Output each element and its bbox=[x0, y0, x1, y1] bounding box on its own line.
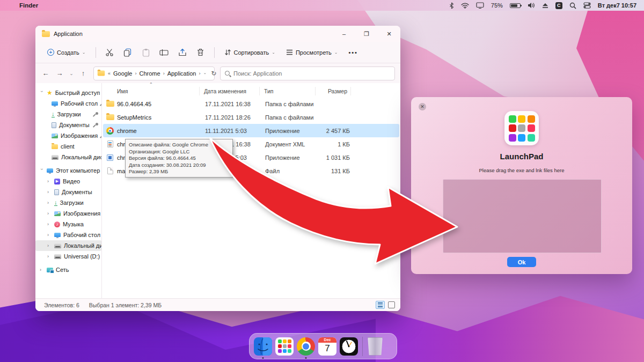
calendar-month-label: Dec bbox=[318, 337, 336, 343]
more-options-button[interactable]: ••• bbox=[344, 47, 362, 58]
sidebar-item-downloads[interactable]: ↓ Загрузки bbox=[35, 109, 101, 120]
sidebar-item-network[interactable]: › Сеть bbox=[35, 264, 101, 275]
sort-button[interactable]: Сортировать ⌄ bbox=[220, 46, 280, 58]
details-view-button[interactable] bbox=[376, 301, 385, 309]
forward-button[interactable]: → bbox=[54, 69, 65, 77]
sidebar-item-desktop-pc[interactable]: › Рабочий стол bbox=[35, 230, 101, 240]
paste-button[interactable] bbox=[138, 46, 154, 60]
address-dropdown-chevron[interactable]: ⌄ bbox=[203, 71, 207, 75]
folder-icon bbox=[98, 71, 105, 76]
delete-button[interactable] bbox=[193, 46, 209, 60]
file-row[interactable]: SetupMetrics 17.11.2021 18:26 Папка с фа… bbox=[103, 110, 399, 124]
rename-button[interactable] bbox=[156, 46, 172, 60]
control-center-icon[interactable] bbox=[583, 2, 591, 9]
sidebar-item-quick-access[interactable]: › ★ Быстрый доступ bbox=[35, 87, 101, 98]
toolbar-divider bbox=[96, 47, 96, 58]
wifi-icon[interactable] bbox=[461, 3, 469, 9]
sidebar-item-label: Быстрый доступ bbox=[55, 90, 100, 96]
sidebar-item-this-pc[interactable]: › Этот компьютер bbox=[35, 165, 101, 176]
breadcrumb-item-application[interactable]: Application bbox=[167, 70, 196, 77]
sidebar-item-local-disk-pc[interactable]: › Локальный диск (C:) bbox=[35, 240, 101, 251]
close-button[interactable]: ✕ bbox=[378, 26, 400, 42]
sidebar-item-universal-disk[interactable]: › Universal (D:) bbox=[35, 251, 101, 262]
drag-drop-area[interactable] bbox=[443, 179, 602, 253]
share-button[interactable] bbox=[174, 46, 191, 60]
collapse-chevron-icon[interactable]: › bbox=[47, 221, 52, 227]
address-bar[interactable]: « Google › Chrome › Application › ⌄ ↻ bbox=[93, 67, 215, 80]
pin-icon bbox=[100, 101, 101, 106]
sidebar-item-label: Музыка bbox=[63, 221, 84, 227]
column-header-date[interactable]: Дата изменения bbox=[200, 87, 260, 95]
sidebar-item-videos[interactable]: › ▶ Видео bbox=[35, 176, 101, 187]
up-button[interactable]: ↑ bbox=[77, 69, 89, 77]
collapse-chevron-icon[interactable]: › bbox=[47, 179, 52, 184]
back-button[interactable]: ← bbox=[40, 69, 52, 77]
file-row[interactable]: 96.0.4664.45 17.11.2021 16:38 Папка с фа… bbox=[103, 97, 399, 110]
copy-button[interactable] bbox=[120, 46, 136, 60]
dock-clock-icon[interactable] bbox=[340, 337, 358, 356]
maximize-button[interactable]: ❐ bbox=[355, 26, 378, 42]
minimize-button[interactable]: – bbox=[333, 26, 355, 42]
sidebar-item-pictures-pc[interactable]: › Изображения bbox=[35, 208, 101, 219]
chevron-down-icon: ⌄ bbox=[334, 50, 338, 54]
breadcrumb-item-chrome[interactable]: Chrome bbox=[140, 70, 160, 77]
breadcrumb-item-google[interactable]: Google bbox=[113, 70, 132, 77]
sidebar-item-downloads-pc[interactable]: › ↓ Загрузки bbox=[35, 197, 101, 208]
videos-icon: ▶ bbox=[54, 179, 60, 184]
dock-launchpad-icon[interactable] bbox=[275, 337, 294, 356]
pictures-icon bbox=[54, 211, 61, 216]
dock-trash-icon[interactable] bbox=[367, 337, 383, 356]
collapse-chevron-icon[interactable]: › bbox=[47, 200, 52, 205]
collapse-chevron-icon[interactable]: › bbox=[47, 189, 52, 195]
sidebar-item-desktop[interactable]: Рабочий стол bbox=[35, 98, 101, 109]
column-header-name[interactable]: Имя⌃ bbox=[102, 87, 200, 95]
search-input[interactable]: Поиск: Application bbox=[220, 67, 395, 80]
bluetooth-icon[interactable] bbox=[449, 2, 454, 9]
collapse-chevron-icon[interactable]: › bbox=[40, 267, 44, 272]
c-app-menu-icon[interactable]: C bbox=[555, 2, 562, 9]
dialog-close-button[interactable]: ✕ bbox=[419, 103, 426, 110]
explorer-title-bar[interactable]: Application – ❐ ✕ bbox=[35, 26, 400, 42]
pin-icon bbox=[100, 134, 101, 138]
cut-button[interactable] bbox=[101, 46, 118, 60]
sort-ascending-caret: ⌃ bbox=[149, 82, 153, 87]
application-file-icon bbox=[107, 154, 113, 161]
sidebar-item-documents[interactable]: Документы bbox=[35, 120, 101, 130]
column-header-type[interactable]: Тип bbox=[260, 87, 316, 95]
refresh-icon[interactable]: ↻ bbox=[211, 70, 216, 77]
collapse-chevron-icon[interactable]: › bbox=[47, 211, 52, 216]
sort-icon bbox=[224, 49, 231, 56]
sidebar-item-pictures[interactable]: Изображения bbox=[35, 130, 101, 141]
breadcrumb-separator: › bbox=[199, 71, 200, 76]
file-row-selected[interactable]: chrome 11.11.2021 5:03 Приложение 2 457 … bbox=[103, 124, 399, 137]
collapse-chevron-icon[interactable]: › bbox=[47, 254, 52, 259]
menu-bar-clock[interactable]: Вт дек7 10:57 bbox=[598, 2, 636, 9]
collapse-chevron-icon[interactable]: › bbox=[47, 243, 52, 248]
sidebar-item-local-disk[interactable]: Локальный диск (C:) bbox=[35, 152, 101, 162]
pin-icon bbox=[93, 123, 98, 128]
sidebar-item-music[interactable]: › ♪ Музыка bbox=[35, 219, 101, 230]
view-button[interactable]: Просмотреть ⌄ bbox=[282, 47, 342, 58]
file-date: 11.11.2021 5:03 bbox=[201, 128, 261, 134]
sidebar-item-documents-pc[interactable]: › Документы bbox=[35, 187, 101, 197]
eject-icon[interactable] bbox=[542, 3, 548, 9]
expand-chevron-icon[interactable]: › bbox=[39, 91, 45, 95]
file-name: SetupMetrics bbox=[117, 114, 201, 121]
dock-calendar-icon[interactable]: Dec 7 bbox=[318, 337, 336, 356]
collapse-chevron-icon[interactable]: › bbox=[47, 232, 52, 238]
sidebar-item-label: Рабочий стол bbox=[63, 232, 100, 238]
ok-button[interactable]: Ok bbox=[507, 257, 536, 267]
column-header-size[interactable]: Размер bbox=[316, 87, 351, 95]
dock-finder-icon[interactable] bbox=[254, 337, 272, 356]
documents-icon bbox=[52, 122, 56, 128]
sidebar-item-client[interactable]: client bbox=[35, 141, 101, 152]
expand-chevron-icon[interactable]: › bbox=[39, 168, 45, 173]
dock-chrome-icon[interactable] bbox=[297, 337, 315, 356]
new-button[interactable]: + Создать ⌄ bbox=[43, 46, 90, 58]
volume-icon[interactable] bbox=[528, 2, 535, 9]
spotlight-search-icon[interactable] bbox=[569, 2, 576, 9]
active-app-menu[interactable]: Finder bbox=[19, 2, 38, 9]
display-icon[interactable] bbox=[476, 2, 484, 9]
recent-locations-chevron[interactable]: ⌄ bbox=[68, 71, 75, 76]
thumbnail-view-button[interactable] bbox=[388, 301, 395, 308]
